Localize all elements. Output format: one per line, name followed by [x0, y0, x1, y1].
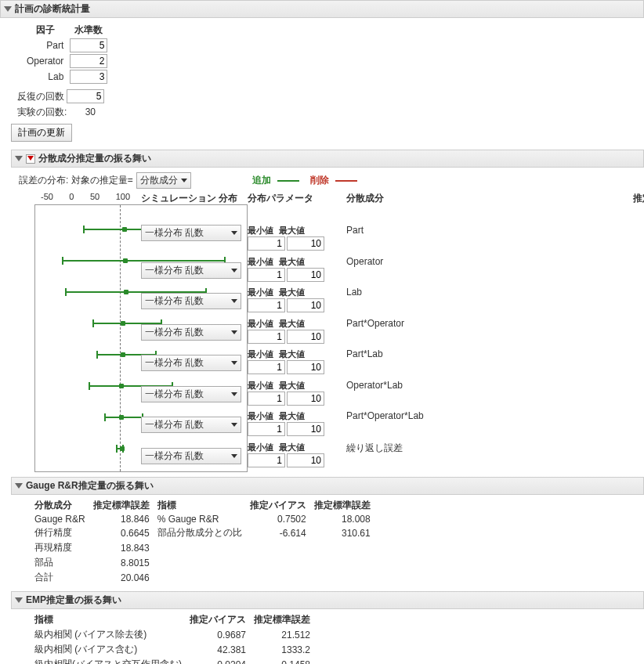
param-max-input[interactable] — [287, 360, 324, 374]
gauge-vc-name: 部品 — [34, 555, 93, 570]
param-max-input[interactable] — [287, 392, 324, 406]
bias-value: 0.281 — [625, 225, 644, 236]
sim-dist-dropdown[interactable]: 一様分布 乱数 — [141, 448, 241, 464]
legend-add: 追加 — [252, 174, 271, 187]
legend-add-line — [277, 180, 299, 182]
emp-table: 指標 推定バイアス 推定標準誤差 級内相関 (バイアス除去後) 0.9687 2… — [34, 612, 318, 664]
emp-col-bias: 推定バイアス — [190, 612, 254, 627]
bias-value: -0.212 — [625, 380, 644, 391]
param-max-input[interactable] — [287, 453, 324, 467]
bias-value: -0.131 — [625, 410, 644, 421]
param-min-input[interactable] — [248, 268, 285, 282]
nruns-value: 30 — [85, 106, 96, 117]
emp-se: 21.512 — [254, 627, 318, 642]
chevron-down-icon — [231, 330, 237, 334]
gauge-metric-se: 18.008 — [314, 513, 378, 525]
gauge-metric-se — [314, 540, 378, 555]
param-min-input[interactable] — [248, 453, 285, 467]
gauge-metric-se — [314, 555, 378, 570]
param-min-input[interactable] — [248, 236, 285, 251]
sim-dist-dropdown[interactable]: 一様分布 乱数 — [141, 293, 241, 309]
chevron-down-icon — [231, 269, 237, 272]
emp-metric: 級内相関(バイアスと交互作用含む) — [34, 657, 190, 664]
param-max-input[interactable] — [287, 268, 324, 282]
zero-line — [120, 205, 121, 471]
reps-input[interactable] — [67, 89, 104, 103]
emp-bias: 0.9687 — [190, 627, 254, 642]
gauge-vc-name: 合計 — [34, 570, 93, 585]
chevron-down-icon[interactable] — [15, 156, 23, 161]
chevron-down-icon — [231, 361, 237, 365]
param-min-input[interactable] — [248, 298, 285, 312]
gauge-vc-name: Gauge R&R — [34, 513, 93, 525]
bias-value: 0.0754 — [625, 318, 644, 329]
sim-dist-dropdown[interactable]: 一様分布 乱数 — [141, 324, 241, 341]
target-estimator-dropdown[interactable]: 分散成分 — [136, 172, 191, 189]
gauge-metric-name: % Gauge R&R — [157, 513, 250, 525]
emp-col-metric: 指標 — [34, 612, 190, 627]
chevron-down-icon — [231, 231, 237, 235]
gauge-metric-se — [314, 570, 378, 585]
section-header-main: 計画の診断統計量 — [0, 0, 644, 18]
ci-bar — [116, 448, 125, 449]
vc-label: Operator*Lab — [346, 380, 620, 391]
emp-metric: 級内相関 (バイアス除去後) — [34, 627, 190, 642]
factor-name: Part — [24, 38, 67, 53]
param-max-input[interactable] — [287, 330, 324, 344]
param-min-input[interactable] — [248, 360, 285, 374]
vc-label: Operator — [346, 256, 620, 267]
chevron-down-icon — [181, 179, 187, 182]
col-bias: 推定バイアス — [625, 192, 644, 220]
param-max-input[interactable] — [287, 236, 324, 251]
param-min-input[interactable] — [248, 330, 285, 344]
reps-label: 反復の回数 — [17, 90, 64, 103]
update-design-button[interactable]: 計画の更新 — [11, 124, 72, 142]
sim-dist-dropdown[interactable]: 一様分布 乱数 — [141, 355, 241, 371]
chevron-down-icon — [231, 392, 237, 396]
vc-label: Part*Operator*Lab — [346, 410, 620, 421]
vc-label: Part — [346, 225, 620, 236]
chevron-down-icon[interactable] — [15, 597, 23, 603]
gauge-vc-se: 18.843 — [93, 540, 157, 555]
sim-dist-dropdown[interactable]: 一様分布 乱数 — [141, 386, 241, 402]
chevron-down-icon[interactable] — [15, 483, 23, 489]
chevron-down-icon — [231, 299, 237, 303]
axis-tick: 100 — [116, 192, 130, 201]
gauge-vc-se: 20.046 — [93, 570, 157, 585]
factor-levels-input[interactable] — [70, 54, 107, 68]
factor-col-levels: 水準数 — [67, 23, 110, 38]
section-header-variance: 分散成分推定量の振る舞い — [11, 150, 644, 168]
param-max-input[interactable] — [287, 422, 324, 436]
factor-name: Lab — [24, 69, 67, 85]
bias-value: -0.026 — [625, 442, 644, 453]
bias-value: 0.0668 — [625, 348, 644, 359]
gauge-vc-se: 0.6645 — [93, 525, 157, 540]
red-disclose-icon[interactable] — [26, 154, 35, 164]
param-max-input[interactable] — [287, 298, 324, 312]
section-title-main: 計画の診断統計量 — [15, 2, 90, 16]
vc-label: 繰り返し誤差 — [346, 442, 620, 455]
ci-bar — [62, 260, 226, 262]
emp-se: 1333.2 — [254, 642, 318, 657]
gauge-metric-name — [157, 570, 250, 585]
vc-label: Lab — [346, 287, 620, 298]
sim-dist-dropdown[interactable]: 一様分布 乱数 — [141, 225, 241, 241]
param-min-input[interactable] — [248, 392, 285, 406]
section-title-variance: 分散成分推定量の振る舞い — [38, 152, 151, 165]
chevron-down-icon[interactable] — [4, 6, 12, 12]
sim-dist-dropdown[interactable]: 一様分布 乱数 — [141, 417, 241, 433]
gauge-metric-name — [157, 540, 250, 555]
section-header-emp: EMP推定量の振る舞い — [11, 591, 644, 609]
axis-tick: 0 — [69, 192, 74, 201]
sim-dist-dropdown[interactable]: 一様分布 乱数 — [141, 262, 241, 279]
gauge-col-vc: 分散成分 — [34, 498, 93, 513]
factor-levels-input[interactable] — [70, 70, 107, 84]
emp-col-se: 推定標準誤差 — [254, 612, 318, 627]
section-header-gauge: Gauge R&R推定量の振る舞い — [11, 477, 644, 495]
factor-levels-input[interactable] — [70, 38, 107, 52]
bias-value: 0.4343 — [625, 256, 644, 267]
param-min-input[interactable] — [248, 422, 285, 436]
gauge-metric-bias: -6.614 — [250, 525, 314, 540]
gauge-table: 分散成分 推定標準誤差 指標 推定バイアス 推定標準誤差 Gauge R&R 1… — [34, 498, 378, 585]
col-vc: 分散成分 — [346, 192, 620, 207]
